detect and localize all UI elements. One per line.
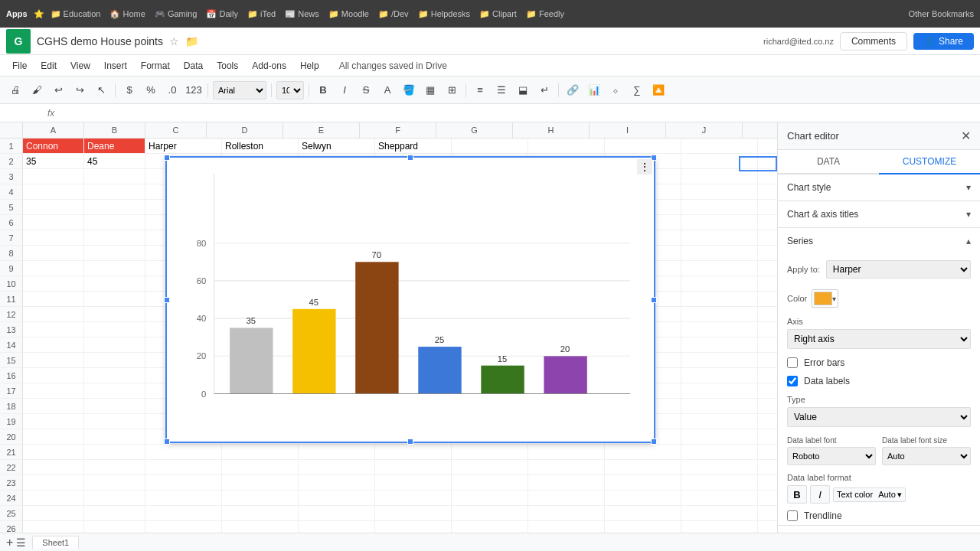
cell-row23-col2[interactable] [145,475,222,490]
cell-row21-col7[interactable] [528,445,605,459]
cell-row24-col2[interactable] [145,491,222,505]
merge-button[interactable]: ⊞ [443,81,461,99]
cell-row18-col1[interactable] [84,399,145,413]
cell-row14-col9[interactable] [681,337,758,352]
cell-row17-col9[interactable] [681,383,758,398]
cell-row22-col2[interactable] [145,460,222,474]
cell-row26-col1[interactable] [84,521,145,533]
cell-row22-col1[interactable] [84,460,145,474]
trendline-checkbox[interactable] [787,510,798,521]
menu-format[interactable]: Format [135,58,176,73]
cell-row19-col0[interactable] [23,414,84,429]
align-left-button[interactable]: ≡ [471,81,489,99]
cell-row21-col9[interactable] [681,445,758,459]
cell-A1[interactable]: Connon [23,139,84,153]
redo-button[interactable]: ↪ [70,81,89,99]
cell-row8-col9[interactable] [681,246,758,260]
handle-bc[interactable] [407,439,413,445]
bookmark-education[interactable]: 📁 Education [51,9,101,19]
cell-row21-col5[interactable] [375,445,452,459]
error-bars-checkbox[interactable] [787,357,798,368]
handle-bl[interactable] [164,439,170,445]
cell-row7-col1[interactable] [84,230,145,245]
cell-row21-col2[interactable] [145,445,222,459]
cell-row7-col9[interactable] [681,230,758,245]
cell-row23-col7[interactable] [528,475,605,490]
print-button[interactable]: 🖨 [6,81,24,99]
cell-row14-col1[interactable] [84,337,145,352]
share-button[interactable]: 👤 Share [913,33,974,50]
bookmark-clipart[interactable]: 📁 Clipart [479,9,517,19]
cell-row13-col1[interactable] [84,322,145,337]
font-select[interactable]: Arial [213,81,266,99]
star-icon[interactable]: ☆ [169,35,179,47]
comments-button[interactable]: Comments [840,32,907,51]
cell-row19-col1[interactable] [84,414,145,429]
cell-row10-col9[interactable] [681,276,758,291]
handle-tl[interactable] [164,155,170,161]
cell-row18-col0[interactable] [23,399,84,413]
cell-row24-col5[interactable] [375,491,452,505]
cell-C1[interactable]: Harper [145,139,222,153]
sheet-tab[interactable]: Sheet1 [32,536,79,549]
wrap-button[interactable]: ↵ [535,81,554,99]
cell-row24-col3[interactable] [222,491,299,505]
type-select[interactable]: Value [787,407,971,427]
cell-row4-col0[interactable] [23,184,84,199]
cell-row5-col0[interactable] [23,200,84,214]
cell-row11-col0[interactable] [23,292,84,306]
cell-B1[interactable]: Deane [84,139,145,153]
cell-row25-col6[interactable] [452,506,528,520]
cell-row22-col8[interactable] [605,460,681,474]
fill-color-button[interactable]: 🪣 [400,81,418,99]
cell-row4-col1[interactable] [84,184,145,199]
cell-row21-col8[interactable] [605,445,681,459]
cell-row26-col3[interactable] [222,521,299,533]
cell-row24-col1[interactable] [84,491,145,505]
strikethrough-button[interactable]: S [357,81,375,99]
sheet-options-button[interactable]: ☰ [16,536,26,549]
bookmark-home[interactable]: 🏠 Home [109,9,145,19]
bookmark-moodle[interactable]: 📁 Moodle [328,9,369,19]
cell-row3-col0[interactable] [23,169,84,184]
cell-row8-col1[interactable] [84,246,145,260]
cell-row23-col1[interactable] [84,475,145,490]
cell-row25-col5[interactable] [375,506,452,520]
cell-row25-col9[interactable] [681,506,758,520]
cell-row15-col9[interactable] [681,353,758,367]
cell-row15-col1[interactable] [84,353,145,367]
bookmark-gaming[interactable]: 🎮 Gaming [155,9,198,19]
cell-row25-col4[interactable] [299,506,375,520]
panel-close-button[interactable]: ✕ [961,129,971,143]
cell-row26-col4[interactable] [299,521,375,533]
cell-row20-col9[interactable] [681,429,758,444]
cell-row26-col7[interactable] [528,521,605,533]
bold-toolbar-button[interactable]: B [314,81,332,99]
cell-row7-col0[interactable] [23,230,84,245]
series-header[interactable]: Series ▴ [778,228,980,254]
cell-row24-col8[interactable] [605,491,681,505]
cell-row23-col5[interactable] [375,475,452,490]
cell-row22-col4[interactable] [299,460,375,474]
menu-tools[interactable]: Tools [211,58,244,73]
cell-row10-col1[interactable] [84,276,145,291]
cell-row11-col1[interactable] [84,292,145,306]
color-picker[interactable]: ▾ [812,289,838,308]
cell-row21-col0[interactable] [23,445,84,459]
cell-row23-col3[interactable] [222,475,299,490]
cell-row13-col9[interactable] [681,322,758,337]
cell-row23-col0[interactable] [23,475,84,490]
cell-row24-col6[interactable] [452,491,528,505]
data-label-font-size-select[interactable]: Auto [882,447,971,465]
apps-label[interactable]: Apps [6,9,28,18]
cell-row22-col9[interactable] [681,460,758,474]
cell-H1[interactable] [528,139,605,153]
axis-select[interactable]: Left axis Right axis [787,329,971,349]
cell-row20-col0[interactable] [23,429,84,444]
decimal-button[interactable]: .0 [163,81,181,99]
cell-row16-col1[interactable] [84,368,145,383]
cell-B2[interactable]: 45 [84,154,145,168]
cell-row5-col1[interactable] [84,200,145,214]
cell-row22-col5[interactable] [375,460,452,474]
cell-row6-col0[interactable] [23,215,84,230]
